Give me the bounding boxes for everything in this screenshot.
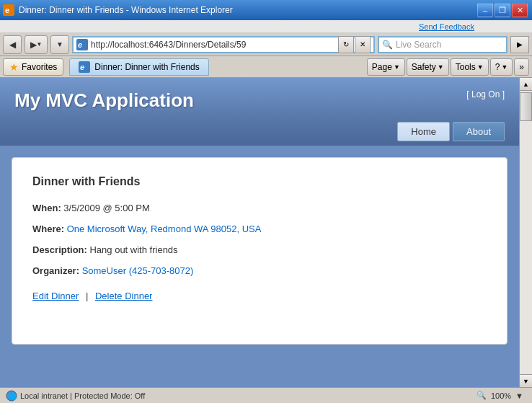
chevron-down-icon: ▼ (438, 63, 444, 71)
safety-button[interactable]: Safety ▼ (407, 58, 449, 76)
organizer-label: Organizer: (32, 265, 79, 276)
star-icon: ★ (9, 61, 19, 73)
tab-bar: e Dinner: Dinner with Friends (69, 58, 365, 76)
when-row: When: 3/5/2009 @ 5:00 PM (32, 203, 487, 213)
status-bar: 🌐 Local intranet | Protected Mode: Off 🔍… (0, 387, 532, 403)
dinner-title: Dinner with Friends (32, 175, 487, 188)
favorites-button[interactable]: ★ Favorites (3, 58, 63, 76)
zoom-level: 100% (491, 391, 511, 400)
toolbar: ★ Favorites e Dinner: Dinner with Friend… (0, 56, 532, 78)
send-feedback-link[interactable]: Send Feedback (419, 22, 474, 31)
more-tools-button[interactable]: » (514, 58, 529, 76)
link-separator: | (86, 291, 88, 301)
browser-tab[interactable]: e Dinner: Dinner with Friends (69, 58, 208, 76)
page-favicon: e (76, 39, 88, 50)
where-link[interactable]: One Microsoft Way, Redmond WA 98052, USA (67, 223, 262, 234)
nav-bar: Home About (0, 118, 519, 146)
help-button[interactable]: ? ▼ (490, 58, 513, 76)
scroll-thumb[interactable] (520, 92, 532, 121)
address-field[interactable]: e http://localhost:64643/Dinners/Details… (72, 36, 375, 53)
svg-text:e: e (5, 6, 9, 14)
forward-button[interactable]: ▶ ▼ (25, 35, 48, 54)
organizer-row: Organizer: SomeUser (425-703-8072) (32, 265, 487, 276)
svg-text:e: e (78, 40, 82, 49)
nav-home-tab[interactable]: Home (397, 122, 450, 141)
tab-favicon: e (79, 61, 90, 73)
where-row: Where: One Microsoft Way, Redmond WA 980… (32, 223, 487, 234)
scrollbar-right[interactable]: ▲ ▼ (519, 78, 532, 387)
page-tools-button[interactable]: Page ▼ (367, 58, 405, 76)
search-field[interactable]: 🔍 Live Search (378, 36, 507, 53)
address-bar: ◀ ▶ ▼ ▼ e http://localhost:64643/Dinners… (0, 33, 532, 56)
search-icon: 🔍 (382, 40, 393, 50)
address-text: http://localhost:64643/Dinners/Details/5… (91, 40, 338, 50)
restore-button[interactable]: ❐ (495, 3, 510, 17)
title-bar: e Dinner: Dinner with Friends - Windows … (0, 0, 532, 20)
scroll-down-button[interactable]: ▼ (520, 374, 532, 387)
delete-dinner-link[interactable]: Delete Dinner (95, 291, 153, 301)
tab-title: Dinner: Dinner with Friends (94, 62, 199, 72)
favorites-label: Favorites (22, 62, 57, 72)
zoom-dropdown-button[interactable]: ▼ (513, 391, 526, 400)
refresh-button[interactable]: ↻ (338, 36, 354, 53)
action-links: Edit Dinner | Delete Dinner (32, 291, 487, 301)
status-text: Local intranet | Protected Mode: Off (20, 391, 474, 400)
zone-icon: 🌐 (6, 390, 17, 402)
search-placeholder: Live Search (393, 40, 503, 50)
when-label: When: (32, 203, 61, 213)
description-value: Hang out with friends (89, 244, 177, 255)
svg-text:e: e (80, 63, 84, 71)
search-go-button[interactable]: ▶ (510, 36, 529, 53)
description-label: Description: (32, 244, 87, 255)
window-controls: – ❐ ✕ (477, 3, 528, 17)
app-title: My MVC Application (14, 89, 194, 112)
window-title: Dinner: Dinner with Friends - Windows In… (19, 5, 233, 15)
login-link[interactable]: [ Log On ] (466, 89, 505, 99)
scroll-up-button[interactable]: ▲ (520, 78, 532, 91)
recent-pages-button[interactable]: ▼ (50, 35, 69, 54)
back-button[interactable]: ◀ (3, 35, 22, 54)
svg-text:🌐: 🌐 (9, 392, 17, 401)
where-label: Where: (32, 223, 64, 234)
main-content: Dinner with Friends When: 3/5/2009 @ 5:0… (0, 146, 519, 356)
minimize-button[interactable]: – (477, 3, 493, 17)
zoom-area[interactable]: 🔍 100% ▼ (474, 391, 526, 400)
tools-label: Tools (456, 62, 476, 72)
when-value: 3/5/2009 @ 5:00 PM (63, 203, 149, 213)
chevron-down-icon: ▼ (394, 63, 400, 71)
chevron-down-icon: ▼ (501, 63, 507, 71)
edit-dinner-link[interactable]: Edit Dinner (32, 291, 79, 301)
nav-about-tab[interactable]: About (453, 122, 505, 141)
organizer-link[interactable]: SomeUser (425-703-8072) (82, 265, 194, 276)
toolbar-right: Page ▼ Safety ▼ Tools ▼ ? ▼ » (367, 58, 529, 76)
web-content: My MVC Application [ Log On ] Home About… (0, 78, 519, 387)
stop-button[interactable]: ✕ (355, 36, 371, 53)
scroll-track[interactable] (520, 91, 532, 374)
content-box: Dinner with Friends When: 3/5/2009 @ 5:0… (12, 157, 507, 345)
chevron-down-icon: ▼ (477, 63, 484, 71)
tools-button[interactable]: Tools ▼ (451, 58, 489, 76)
help-label: ? (495, 62, 500, 72)
app-icon: e (3, 4, 14, 16)
page-label: Page (372, 62, 392, 72)
feedback-bar: Send Feedback (0, 20, 532, 33)
description-row: Description: Hang out with friends (32, 244, 487, 255)
close-button[interactable]: ✕ (512, 3, 528, 17)
zoom-out-button[interactable]: 🔍 (474, 391, 489, 400)
browser-area: My MVC Application [ Log On ] Home About… (0, 78, 532, 387)
app-header: My MVC Application [ Log On ] (0, 78, 519, 118)
safety-label: Safety (412, 62, 436, 72)
